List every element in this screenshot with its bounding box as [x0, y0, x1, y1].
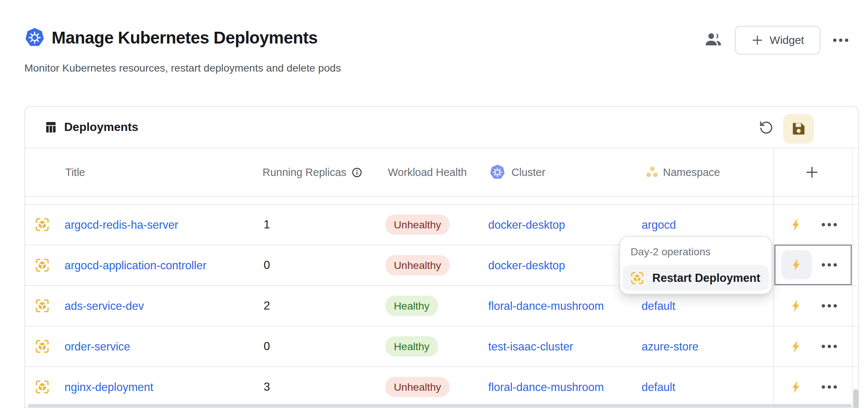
table-header-row: Title Running Replicas Workload Health C…	[25, 148, 858, 197]
deployment-icon	[630, 271, 644, 285]
health-badge: Unhealthy	[385, 255, 449, 276]
menu-item-label: Restart Deployment	[652, 272, 760, 285]
page-header: Manage Kubernetes Deployments	[24, 27, 317, 48]
cluster-link[interactable]: docker-desktop	[488, 218, 565, 231]
column-header-health[interactable]: Workload Health	[388, 166, 467, 179]
column-header-namespace[interactable]: Namespace	[645, 166, 720, 179]
namespace-link[interactable]: azure-store	[642, 340, 698, 353]
day2-operations-button[interactable]	[789, 299, 803, 313]
cluster-link[interactable]: test-isaac-cluster	[488, 340, 573, 353]
day2-operations-menu: Day-2 operations Restart Deployment	[619, 236, 772, 294]
health-badge: Healthy	[385, 296, 438, 316]
replicas-value: 0	[264, 340, 270, 353]
namespace-link[interactable]: default	[642, 300, 676, 312]
health-badge: Unhealthy	[385, 215, 449, 235]
column-divider	[773, 148, 774, 408]
horizontal-scrollbar[interactable]	[28, 404, 852, 408]
page-subtitle: Monitor Kubernetes resources, restart de…	[24, 62, 341, 74]
namespace-link[interactable]: default	[642, 381, 676, 394]
table-row-partial	[25, 197, 858, 205]
replicas-value: 1	[264, 218, 270, 231]
menu-group-label: Day-2 operations	[631, 246, 711, 258]
save-button[interactable]	[783, 114, 814, 144]
namespace-link[interactable]: argocd	[642, 218, 676, 231]
card-title: Deployments	[64, 120, 138, 134]
table-row: order-service 0 Healthy test-isaac-clust…	[25, 326, 858, 367]
vertical-scrollbar-thumb[interactable]	[853, 389, 858, 408]
add-widget-button[interactable]: Widget	[735, 26, 820, 55]
deployment-icon	[35, 380, 50, 395]
kubernetes-logo-icon	[24, 27, 45, 48]
table-widget-icon	[44, 121, 58, 134]
add-column-button[interactable]	[805, 165, 819, 180]
collaborators-icon[interactable]	[704, 30, 723, 49]
deployment-icon	[35, 217, 50, 232]
page: Manage Kubernetes Deployments Monitor Ku…	[0, 0, 868, 408]
undo-button[interactable]	[759, 120, 774, 135]
cluster-link[interactable]: floral-dance-mushroom	[488, 381, 604, 394]
save-icon	[792, 122, 806, 136]
add-widget-label: Widget	[770, 34, 804, 46]
deployment-icon	[35, 298, 50, 314]
focused-action-cell	[774, 245, 852, 285]
column-header-cluster[interactable]: Cluster	[489, 164, 545, 180]
health-badge: Unhealthy	[385, 377, 449, 397]
deployment-icon	[35, 339, 50, 354]
page-menu-button[interactable]	[831, 31, 850, 50]
column-divider	[852, 148, 853, 408]
page-title: Manage Kubernetes Deployments	[52, 28, 317, 48]
deployment-icon	[35, 258, 50, 273]
day2-operations-button[interactable]	[789, 380, 803, 394]
day2-operations-button[interactable]	[781, 250, 812, 279]
health-badge: Healthy	[385, 336, 438, 357]
column-header-title[interactable]: Title	[65, 166, 85, 179]
deployment-title-link[interactable]: order-service	[65, 340, 130, 353]
row-menu-button[interactable]	[820, 255, 839, 274]
table-row: nginx-deployment 3 Unhealthy floral-danc…	[25, 367, 858, 408]
deployment-title-link[interactable]: argocd-redis-ha-server	[65, 218, 178, 231]
replicas-value: 0	[264, 259, 270, 272]
namespace-icon	[645, 166, 659, 179]
row-menu-button[interactable]	[820, 337, 839, 356]
info-icon[interactable]	[351, 167, 362, 178]
cluster-link[interactable]: floral-dance-mushroom	[488, 300, 604, 312]
column-header-replicas[interactable]: Running Replicas	[263, 166, 362, 179]
deployments-card: Deployments Title Running Replicas Workl…	[24, 106, 859, 408]
card-header: Deployments	[25, 107, 858, 148]
replicas-value: 2	[264, 299, 270, 312]
replicas-value: 3	[264, 380, 270, 394]
deployment-title-link[interactable]: argocd-application-controller	[65, 259, 206, 272]
plus-icon	[751, 34, 764, 46]
cluster-link[interactable]: docker-desktop	[488, 259, 565, 272]
deployment-title-link[interactable]: nginx-deployment	[65, 381, 153, 394]
deployment-title-link[interactable]: ads-service-dev	[65, 300, 144, 312]
row-menu-button[interactable]	[820, 296, 839, 315]
row-menu-button[interactable]	[820, 377, 839, 397]
menu-item-restart-deployment[interactable]: Restart Deployment	[623, 265, 769, 291]
kubernetes-icon	[489, 164, 506, 180]
bolt-icon	[790, 258, 804, 272]
row-menu-button[interactable]	[820, 215, 839, 234]
day2-operations-button[interactable]	[789, 218, 803, 232]
day2-operations-button[interactable]	[789, 339, 803, 353]
table-body: argocd-redis-ha-server 1 Unhealthy docke…	[25, 197, 858, 408]
